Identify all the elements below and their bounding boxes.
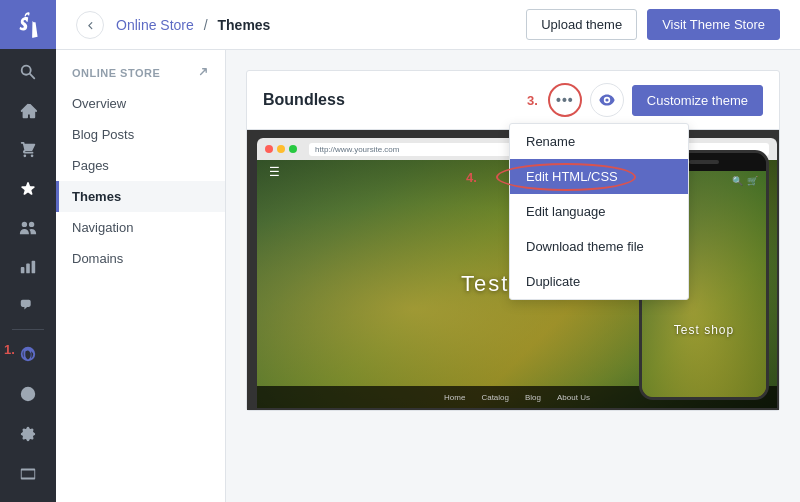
theme-content: Boundless 3. ••• Customize theme Renam [226, 50, 800, 502]
footer-home: Home [444, 393, 465, 402]
dropdown-edit-html[interactable]: Edit HTML/CSS 4. [510, 159, 688, 194]
sidebar-icon-facebook[interactable] [0, 374, 56, 414]
nav-domains[interactable]: Domains [56, 243, 225, 274]
dropdown-menu: Rename Edit HTML/CSS 4. Edit language Do… [509, 123, 689, 300]
breadcrumb-text: Online Store / Themes [116, 17, 270, 33]
footer-about: About Us [557, 393, 590, 402]
theme-card: Boundless 3. ••• Customize theme Renam [246, 70, 780, 411]
visit-theme-store-button[interactable]: Visit Theme Store [647, 9, 780, 40]
preview-button[interactable] [590, 83, 624, 117]
sidebar-icon-settings[interactable] [0, 414, 56, 454]
mobile-cart-icon: 🛒 [747, 176, 758, 186]
nav-navigation[interactable]: Navigation [56, 212, 225, 243]
shop-title-mobile: Test shop [642, 323, 766, 337]
mobile-icons: 🔍 🛒 [732, 176, 758, 186]
breadcrumb-current: Themes [218, 17, 271, 33]
dot-red [265, 145, 273, 153]
dropdown-rename[interactable]: Rename [510, 124, 688, 159]
inner-sidebar: ONLINE STORE Overview Blog Posts Pages 2… [56, 50, 226, 502]
sidebar-divider [12, 329, 44, 330]
sidebar-icon-customers[interactable] [0, 208, 56, 247]
back-button[interactable] [76, 11, 104, 39]
content-row: ONLINE STORE Overview Blog Posts Pages 2… [56, 50, 800, 502]
shopify-logo-container [0, 0, 56, 49]
sidebar-icon-marketing[interactable] [0, 286, 56, 325]
topbar-actions: Upload theme Visit Theme Store [526, 9, 780, 40]
footer-catalog: Catalog [481, 393, 509, 402]
main-content-area: Online Store / Themes Upload theme Visit… [56, 0, 800, 502]
sidebar-icon-search[interactable] [0, 53, 56, 92]
mobile-speaker [689, 160, 719, 164]
mobile-search-icon: 🔍 [732, 176, 743, 186]
dropdown-duplicate[interactable]: Duplicate [510, 264, 688, 299]
customize-theme-button[interactable]: Customize theme [632, 85, 763, 116]
step-3-annotation: 3. [527, 93, 538, 108]
nav-overview[interactable]: Overview [56, 88, 225, 119]
dot-yellow [277, 145, 285, 153]
sidebar-icon-analytics[interactable] [0, 247, 56, 286]
topbar: Online Store / Themes Upload theme Visit… [56, 0, 800, 50]
external-link-icon [195, 66, 209, 80]
upload-theme-button[interactable]: Upload theme [526, 9, 637, 40]
annotation-1: 1. [4, 342, 15, 357]
theme-name: Boundless [263, 91, 527, 109]
sidebar-icon-orders[interactable] [0, 130, 56, 169]
breadcrumb-parent: Online Store [116, 17, 194, 33]
dot-green [289, 145, 297, 153]
sidebar-icon-gear2[interactable] [0, 454, 56, 494]
dropdown-download[interactable]: Download theme file [510, 229, 688, 264]
nav-pages[interactable]: Pages [56, 150, 225, 181]
online-store-header: ONLINE STORE [56, 58, 225, 88]
sidebar-bottom: 1. [0, 325, 56, 502]
more-options-button[interactable]: ••• [548, 83, 582, 117]
breadcrumb: Online Store / Themes [76, 11, 526, 39]
footer-blog: Blog [525, 393, 541, 402]
annotation-4: 4. [466, 169, 477, 184]
breadcrumb-separator: / [204, 17, 208, 33]
sidebar-icon-home[interactable] [0, 92, 56, 131]
theme-header: Boundless 3. ••• Customize theme Renam [247, 71, 779, 130]
nav-themes[interactable]: 2. Themes [56, 181, 225, 212]
shopify-logo-icon [14, 10, 42, 38]
nav-blog-posts[interactable]: Blog Posts [56, 119, 225, 150]
sidebar-icon-online-store[interactable] [0, 169, 56, 208]
hamburger-icon: ☰ [269, 165, 280, 179]
icon-sidebar: 1. [0, 0, 56, 502]
theme-actions: 3. ••• Customize theme [527, 83, 763, 117]
online-store-label: ONLINE STORE [72, 67, 160, 79]
dropdown-edit-language[interactable]: Edit language [510, 194, 688, 229]
